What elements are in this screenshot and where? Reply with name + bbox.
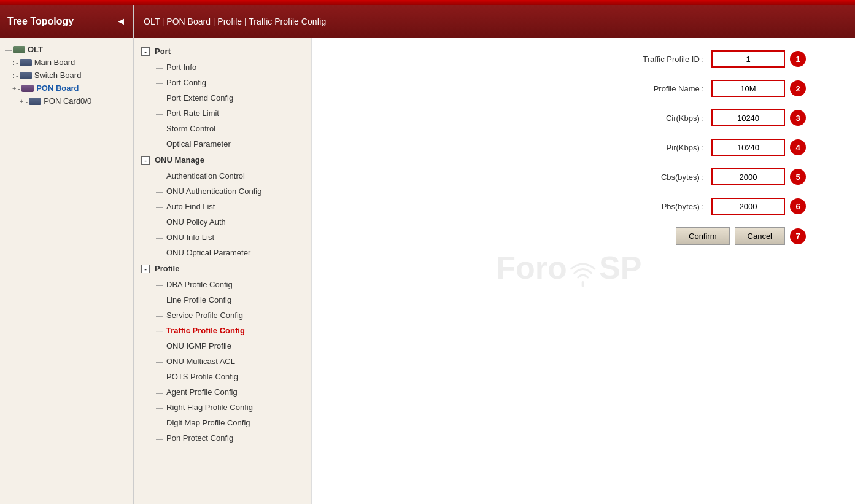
pir-label: Pir(Kbps) :	[606, 143, 704, 152]
nav-item-digit-map-profile-config[interactable]: — Digit Map Profile Config	[134, 415, 311, 430]
tree-line-switch-board: : -	[12, 72, 18, 79]
tree-line-pon-board: + -	[12, 85, 20, 92]
step-badge-1: 1	[790, 51, 806, 67]
cbs-input[interactable]	[711, 168, 785, 185]
nav-item-storm-control[interactable]: — Storm Control	[134, 121, 311, 136]
form-panel: Foro SP Traffic Profile ID :	[312, 38, 855, 504]
nav-item-onu-optical-param[interactable]: — ONU Optical Parameter	[134, 245, 311, 260]
nav-item-port-rate-limit[interactable]: — Port Rate Limit	[134, 106, 311, 121]
nav-item-agent-profile-config[interactable]: — Agent Profile Config	[134, 384, 311, 400]
sidebar-header: Tree Topology ◄	[0, 5, 133, 38]
confirm-button[interactable]: Confirm	[676, 227, 730, 245]
nav-section-onu-manage[interactable]: - ONU Manage	[134, 152, 311, 168]
nav-item-port-info[interactable]: — Port Info	[134, 60, 311, 75]
nav-item-authentication-control[interactable]: — Authentication Control	[134, 168, 311, 184]
form-row-cir: Cir(Kbps) : 3	[324, 109, 843, 126]
nav-item-onu-info-list[interactable]: — ONU Info List	[134, 230, 311, 245]
button-row: Confirm Cancel 7	[324, 227, 843, 245]
port-section-label: Port	[155, 47, 171, 56]
form-row-cbs: Cbs(bytes) : 5	[324, 168, 843, 185]
cir-input[interactable]	[711, 109, 785, 126]
tree-container: — OLT : - Main Board : - Switch Board + …	[0, 38, 133, 504]
nav-item-onu-policy-auth[interactable]: — ONU Policy Auth	[134, 214, 311, 230]
nav-section-port[interactable]: - Port	[134, 43, 311, 60]
nav-item-port-config[interactable]: — Port Config	[134, 75, 311, 90]
traffic-profile-id-input[interactable]	[711, 50, 785, 68]
traffic-profile-id-label: Traffic Profile ID :	[606, 55, 704, 64]
tree-item-olt[interactable]: — OLT	[2, 43, 131, 56]
onu-manage-section-label: ONU Manage	[155, 155, 204, 165]
form-row-profile-name: Profile Name : 2	[324, 80, 843, 97]
step-badge-6: 6	[790, 198, 806, 214]
form-row-pbs: Pbs(bytes) : 6	[324, 198, 843, 215]
nav-item-right-flag-profile-config[interactable]: — Right Flag Profile Config	[134, 400, 311, 415]
tree-item-switch-board[interactable]: : - Switch Board	[2, 69, 131, 82]
tree-label-olt: OLT	[28, 45, 43, 54]
cancel-button[interactable]: Cancel	[735, 227, 785, 245]
form-row-pir: Pir(Kbps) : 4	[324, 139, 843, 156]
tree-item-main-board[interactable]: : - Main Board	[2, 56, 131, 69]
step-badge-3: 3	[790, 110, 806, 126]
tree-line-pon-card: + -	[20, 98, 28, 105]
nav-item-pots-profile-config[interactable]: — POTS Profile Config	[134, 369, 311, 384]
step-badge-4: 4	[790, 139, 806, 155]
cir-label: Cir(Kbps) :	[606, 114, 704, 123]
watermark-wifi-icon	[569, 257, 597, 290]
nav-item-line-profile-config[interactable]: — Line Profile Config	[134, 292, 311, 308]
pon-board-icon	[21, 85, 34, 92]
nav-item-optical-parameter[interactable]: — Optical Parameter	[134, 136, 311, 152]
step-badge-5: 5	[790, 169, 806, 185]
watermark: Foro SP	[496, 249, 641, 293]
profile-section-label: Profile	[155, 264, 179, 273]
nav-item-service-profile-config[interactable]: — Service Profile Config	[134, 308, 311, 323]
pir-input[interactable]	[711, 139, 785, 156]
tree-line-main-board: : -	[12, 59, 18, 66]
pbs-input[interactable]	[711, 198, 785, 215]
nav-item-auto-find-list[interactable]: — Auto Find List	[134, 199, 311, 214]
tree-item-pon-board[interactable]: + - PON Board	[2, 82, 131, 95]
tree-label-pon-board: PON Board	[36, 83, 79, 93]
step-badge-7: 7	[790, 228, 806, 244]
nav-item-onu-igmp-profile[interactable]: — ONU IGMP Profile	[134, 338, 311, 354]
nav-item-pon-protect-config[interactable]: — Pon Protect Config	[134, 430, 311, 446]
breadcrumb: OLT | PON Board | Profile | Traffic Prof…	[134, 5, 855, 38]
profile-name-input[interactable]	[711, 80, 785, 97]
olt-icon	[13, 46, 25, 53]
port-section-icon: -	[141, 47, 150, 56]
sidebar-title: Tree Topology	[7, 16, 74, 27]
form-row-traffic-profile-id: Traffic Profile ID : 1	[324, 50, 843, 68]
tree-label-pon-card: PON Card0/0	[44, 96, 91, 106]
cbs-label: Cbs(bytes) :	[606, 173, 704, 182]
nav-section-profile[interactable]: - Profile	[134, 260, 311, 277]
nav-item-onu-multicast-acl[interactable]: — ONU Multicast ACL	[134, 354, 311, 369]
nav-panel: - Port — Port Info — Port Config — Port …	[134, 38, 312, 504]
tree-label-main-board: Main Board	[34, 58, 75, 67]
pon-card-icon	[29, 98, 41, 105]
onu-manage-section-icon: -	[141, 156, 150, 165]
nav-item-onu-auth-config[interactable]: — ONU Authentication Config	[134, 184, 311, 199]
nav-item-dba-profile-config[interactable]: — DBA Profile Config	[134, 277, 311, 292]
pbs-label: Pbs(bytes) :	[606, 202, 704, 211]
sidebar-toggle[interactable]: ◄	[116, 16, 126, 27]
profile-section-icon: -	[141, 265, 150, 273]
nav-item-port-extend-config[interactable]: — Port Extend Config	[134, 90, 311, 106]
switch-board-icon	[20, 72, 32, 79]
breadcrumb-text: OLT | PON Board | Profile | Traffic Prof…	[144, 17, 326, 26]
step-badge-2: 2	[790, 80, 806, 96]
nav-item-traffic-profile-config[interactable]: — Traffic Profile Config	[134, 323, 311, 338]
tree-label-switch-board: Switch Board	[34, 71, 82, 80]
tree-item-pon-card[interactable]: + - PON Card0/0	[2, 95, 131, 107]
profile-name-label: Profile Name :	[606, 84, 704, 93]
main-board-icon	[20, 59, 32, 66]
